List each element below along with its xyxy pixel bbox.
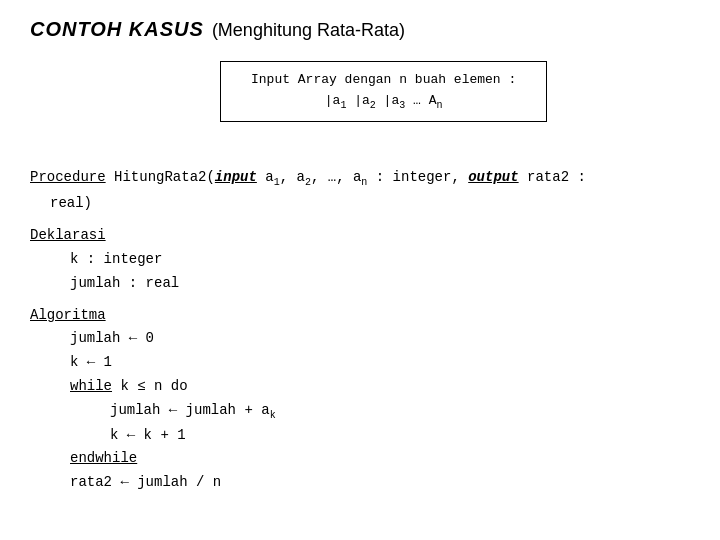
algo-jumlah-update: jumlah ← jumlah + ak — [30, 399, 690, 424]
title-contoh: CONTOH KASUS — [30, 18, 204, 41]
deklarasi-underline: Deklarasi — [30, 227, 106, 243]
endwhile-keyword: endwhile — [70, 450, 137, 466]
while-keyword: while — [70, 378, 112, 394]
algoritma-label: Algoritma — [30, 304, 690, 328]
input-box-line1: Input Array dengan n buah elemen : — [251, 72, 516, 87]
procedure-line: Procedure HitungRata2(input a1, a2, …, a… — [30, 166, 690, 191]
deklarasi-label: Deklarasi — [30, 224, 690, 248]
algo-k-init: k ← 1 — [30, 351, 690, 375]
algo-endwhile: endwhile — [30, 447, 690, 471]
procedure-name: HitungRata2(input a1, a2, …, an : intege… — [114, 169, 586, 185]
algoritma-underline: Algoritma — [30, 307, 106, 323]
deklarasi-jumlah: jumlah : real — [30, 272, 690, 296]
deklarasi-k: k : integer — [30, 248, 690, 272]
algo-while: while k ≤ n do — [30, 375, 690, 399]
input-box: Input Array dengan n buah elemen : |a1 |… — [220, 61, 547, 122]
title-sub: (Menghitung Rata-Rata) — [212, 20, 405, 41]
procedure-keyword: Procedure — [30, 169, 106, 185]
input-box-line2: |a1 |a2 |a3 … An — [251, 93, 516, 111]
code-block: Procedure HitungRata2(input a1, a2, …, a… — [30, 166, 690, 495]
algo-k-update: k ← k + 1 — [30, 424, 690, 448]
algo-jumlah-init: jumlah ← 0 — [30, 327, 690, 351]
algo-rata2: rata2 ← jumlah / n — [30, 471, 690, 495]
procedure-end: real) — [30, 192, 690, 216]
page: CONTOH KASUS (Menghitung Rata-Rata) Inpu… — [0, 0, 720, 513]
title-line: CONTOH KASUS (Menghitung Rata-Rata) — [30, 18, 690, 41]
